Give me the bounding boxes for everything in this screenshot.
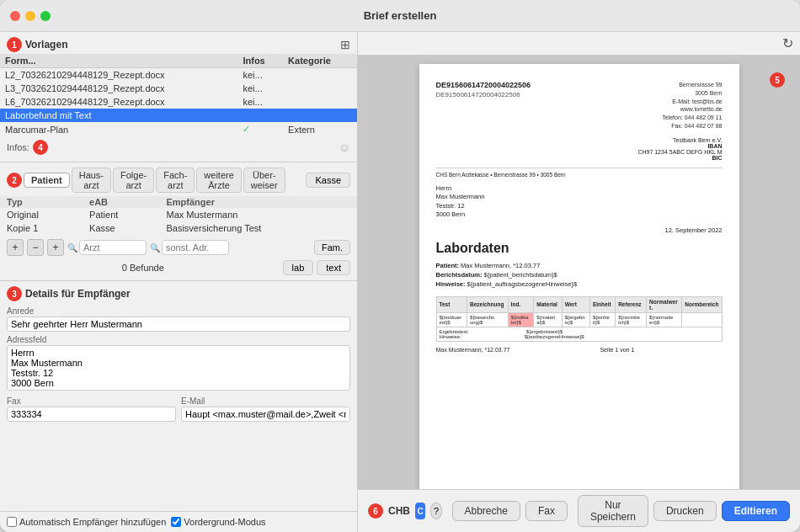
table-row[interactable]: L6_70326210294448129_Rezept.docx kei... xyxy=(0,95,357,109)
adressfeld-textarea[interactable]: Herrn Max Mustermann Teststr. 12 3000 Be… xyxy=(7,345,350,391)
left-panel: 1 Vorlagen ⊞ Form... Infos Kategorie xyxy=(0,32,358,532)
refresh-icon[interactable]: ↻ xyxy=(782,35,793,51)
table-row[interactable]: Original Patient Max Mustermann xyxy=(0,208,357,221)
cell-ergebnistext: Ergebnistext: ${ergebnistext}$ Hinweise:… xyxy=(436,327,722,341)
preview-page-num: Seite 1 von 1 xyxy=(600,347,634,353)
preview-container[interactable]: DE91560614720004022506 DE915606147200040… xyxy=(358,56,800,489)
bottom-bar: Automatisch Empfänger hinzufügen Vorderg… xyxy=(0,511,357,532)
minimize-button[interactable] xyxy=(25,11,35,21)
email-input[interactable] xyxy=(181,407,350,422)
fax-button[interactable]: Fax xyxy=(525,501,568,521)
infos-label: Infos: xyxy=(7,142,29,152)
badge-5: 5 xyxy=(770,72,785,88)
preview-recipient: Herrn Max Mustermann Teststr. 12 3000 Be… xyxy=(436,184,723,220)
infos-area: Infos: 4 ☺ xyxy=(0,136,357,158)
cell-empfanger: Max Mustermann xyxy=(159,208,357,221)
preview-bank-section: Testbank Bern e.V. IBANCH97 1234 5ABC DE… xyxy=(436,137,723,161)
chb-label: CHB xyxy=(388,505,410,517)
anrede-input[interactable] xyxy=(7,317,350,332)
cell-kategorie xyxy=(283,95,357,109)
preview-table: Test Bezeichnung Ind. Material Wert Einh… xyxy=(436,296,723,342)
table-row-selected[interactable]: Laborbefund mit Text xyxy=(0,109,357,122)
cell-infos xyxy=(237,109,283,122)
cell-kategorie xyxy=(283,109,357,122)
vorlagen-title: Vorlagen xyxy=(25,39,337,51)
email-label: E-Mail xyxy=(181,396,350,406)
maximize-button[interactable] xyxy=(40,11,51,21)
traffic-lights xyxy=(10,11,51,21)
preview-address-right: Bernersrasse 99 3005 Bern E-Mail: test@b… xyxy=(662,81,722,130)
table-row: Ergebnistext: ${ergebnistext}$ Hinweise:… xyxy=(436,327,722,341)
fax-input[interactable] xyxy=(7,407,176,422)
fam-button[interactable]: Fam. xyxy=(314,240,350,255)
section-empfanger: 2 Patient Haus-arzt Folge-arzt Fach-arzt… xyxy=(0,162,357,281)
table-row[interactable]: Kopie 1 Kasse Basisversicherung Test xyxy=(0,221,357,235)
preview-heading: Labordaten xyxy=(436,241,723,256)
cell-ind: ${indika tor}$ xyxy=(508,312,534,327)
tab-weitere-arzte[interactable]: weitereÄrzte xyxy=(196,168,241,193)
col-bezeichnung: Bezeichnung xyxy=(467,296,509,312)
text-button[interactable]: text xyxy=(317,260,350,275)
tab-facharzt[interactable]: Fach-arzt xyxy=(156,168,195,193)
section-vorlagen: 1 Vorlagen ⊞ Form... Infos Kategorie xyxy=(0,32,357,162)
remove-button[interactable]: − xyxy=(27,239,44,256)
col-kategorie: Kategorie xyxy=(283,54,357,68)
table-row[interactable]: L2_70326210294448129_Rezept.docx kei... xyxy=(0,68,357,82)
chb-c-button[interactable]: C xyxy=(415,503,425,519)
badge-6: 6 xyxy=(368,503,383,519)
details-header: 3 Details für Empfänger xyxy=(0,285,357,303)
filter-icon[interactable]: ⊞ xyxy=(340,38,350,51)
search-arzt-input[interactable] xyxy=(79,240,147,255)
cell-name: Laborbefund mit Text xyxy=(0,109,237,122)
col-empfanger: Empfänger xyxy=(159,196,357,208)
cell-empfanger: Basisversicherung Test xyxy=(159,221,357,235)
cell-typ: Original xyxy=(0,208,83,221)
add-button[interactable]: + xyxy=(7,239,24,256)
vordergrund-checkbox[interactable] xyxy=(171,517,181,527)
vordergrund-label[interactable]: Vordergrund-Modus xyxy=(171,517,265,527)
tab-folgearzt[interactable]: Folge-arzt xyxy=(113,168,154,193)
close-button[interactable] xyxy=(10,11,20,21)
preview-footer-name: Max Mustermann, *12.03.77 xyxy=(436,347,510,353)
abbreche-button[interactable]: Abbreche xyxy=(452,501,520,521)
fax-col: Fax xyxy=(7,396,176,422)
cell-normbereich xyxy=(682,312,722,327)
tab-patient[interactable]: Patient xyxy=(24,173,70,188)
empf-header-row: Typ eAB Empfänger xyxy=(0,196,357,208)
table-row[interactable]: L3_70326210294448129_Rezept.docx kei... xyxy=(0,82,357,95)
cell-name: L6_70326210294448129_Rezept.docx xyxy=(0,95,237,109)
col-form: Form... xyxy=(0,54,237,68)
help-button[interactable]: ? xyxy=(430,503,441,519)
window-title: Brief erstellen xyxy=(364,9,437,22)
table-row: ${testkuer zel}$ ${beseichn ung}$ ${indi… xyxy=(436,312,722,327)
email-col: E-Mail xyxy=(181,396,350,422)
tab-uberweiser[interactable]: Über-weiser xyxy=(243,168,285,193)
empfanger-table: Typ eAB Empfänger Original Patient Max M… xyxy=(0,196,357,235)
cell-eab: Kasse xyxy=(83,221,159,235)
kasse-button[interactable]: Kasse xyxy=(306,173,350,188)
cell-typ: Kopie 1 xyxy=(0,221,83,235)
auto-empfanger-label[interactable]: Automatisch Empfänger hinzufügen xyxy=(7,517,166,527)
col-eab: eAB xyxy=(83,196,159,208)
col-typ: Typ xyxy=(0,196,83,208)
nur-speichern-button[interactable]: Nur Speichern xyxy=(578,495,648,527)
drucken-button[interactable]: Drucken xyxy=(653,501,717,521)
bank-iban: IBANCH97 1234 5ABC DEFG HKL M xyxy=(436,143,723,155)
anrede-row: Anrede xyxy=(0,305,357,333)
anrede-label: Anrede xyxy=(7,306,350,316)
fax-label: Fax xyxy=(7,396,176,406)
preview-iban: DE91560614720004022506 xyxy=(436,81,531,89)
empf-tabs: 2 Patient Haus-arzt Folge-arzt Fach-arzt… xyxy=(0,166,357,194)
auto-empfanger-checkbox[interactable] xyxy=(7,517,17,527)
add2-button[interactable]: + xyxy=(47,239,64,256)
editieren-button[interactable]: Editieren xyxy=(722,501,790,521)
vordergrund-text: Vordergrund-Modus xyxy=(184,517,265,527)
tab-hausarzt[interactable]: Haus-arzt xyxy=(72,168,111,193)
main-content: 1 Vorlagen ⊞ Form... Infos Kategorie xyxy=(0,32,800,532)
fax-email-row: Fax E-Mail xyxy=(0,395,357,423)
table-row[interactable]: Marcumar-Plan ✓ Extern xyxy=(0,122,357,136)
col-referenz: Referenz xyxy=(616,296,647,312)
search-sonst-field: 🔍 xyxy=(150,240,229,255)
search-sonst-input[interactable] xyxy=(162,240,229,255)
lab-button[interactable]: lab xyxy=(283,260,314,275)
